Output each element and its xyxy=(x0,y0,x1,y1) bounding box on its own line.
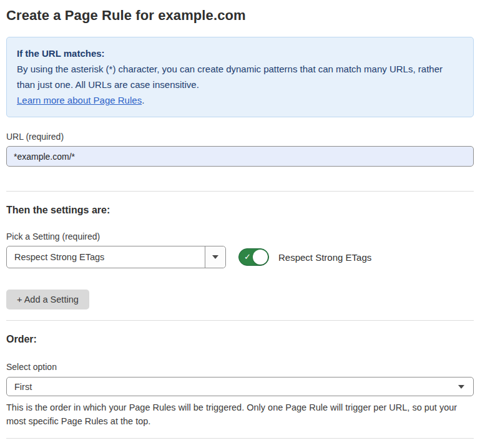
page-title: Create a Page Rule for example.com xyxy=(6,7,474,24)
check-icon: ✓ xyxy=(244,253,251,261)
learn-more-link[interactable]: Learn more about Page Rules xyxy=(17,95,142,105)
caret-down-icon xyxy=(458,385,464,389)
setting-select[interactable]: Respect Strong ETags xyxy=(6,246,226,268)
url-input[interactable] xyxy=(6,146,474,167)
caret-down-icon xyxy=(212,255,218,259)
order-select-label: Select option xyxy=(6,362,474,372)
add-setting-button[interactable]: + Add a Setting xyxy=(6,290,89,309)
info-box-link-line: Learn more about Page Rules. xyxy=(17,92,463,108)
info-box-body: By using the asterisk (*) character, you… xyxy=(17,61,463,92)
setting-select-dropdown-button[interactable] xyxy=(205,246,225,268)
actions-divider xyxy=(6,438,474,439)
order-select-value: First xyxy=(7,377,458,396)
order-select-caret-wrap xyxy=(458,377,473,396)
pick-setting-label: Pick a Setting (required) xyxy=(6,231,474,241)
link-suffix: . xyxy=(142,95,144,105)
section-divider xyxy=(6,191,474,192)
etags-toggle[interactable]: ✓ xyxy=(238,248,269,266)
setting-row: Respect Strong ETags ✓ Respect Strong ET… xyxy=(6,246,474,268)
order-section-heading: Order: xyxy=(6,334,474,345)
etags-toggle-label: Respect Strong ETags xyxy=(278,252,371,263)
url-field-label: URL (required) xyxy=(6,132,474,142)
order-help-text: This is the order in which your Page Rul… xyxy=(6,401,474,428)
info-box-heading: If the URL matches: xyxy=(17,46,463,61)
order-select[interactable]: First xyxy=(6,377,474,396)
settings-section-heading: Then the settings are: xyxy=(6,205,474,216)
setting-select-value: Respect Strong ETags xyxy=(7,246,205,268)
toggle-knob xyxy=(253,250,268,265)
section-divider xyxy=(6,320,474,321)
page-rule-form: Create a Page Rule for example.com If th… xyxy=(0,0,480,448)
url-match-info-box: If the URL matches: By using the asteris… xyxy=(6,37,474,117)
